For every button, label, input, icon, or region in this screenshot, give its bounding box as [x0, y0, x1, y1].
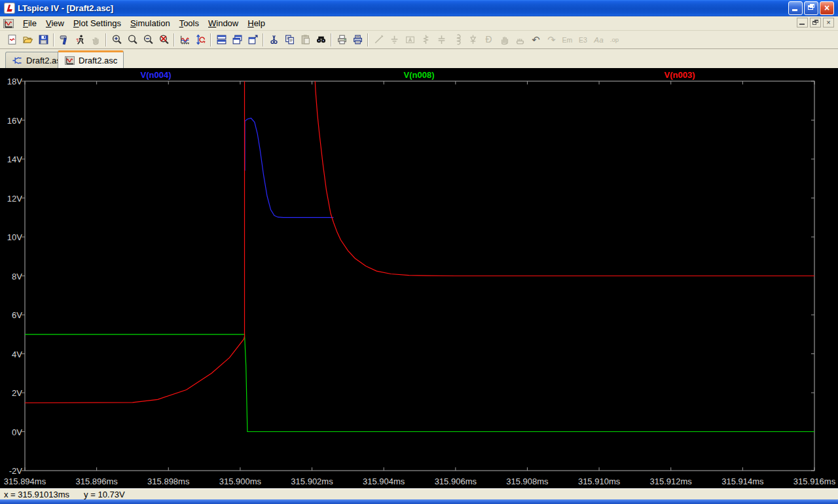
capacitor-button — [433, 32, 449, 47]
find-button[interactable] — [313, 32, 329, 47]
print-icon — [352, 34, 363, 45]
tile-horizontal-icon — [216, 34, 227, 45]
title-bar[interactable]: LTspice IV - [Draft2.asc] × — [0, 0, 838, 16]
menu-plot-settings[interactable]: Plot Settings — [69, 17, 126, 29]
move-icon — [499, 34, 510, 45]
save-icon — [38, 34, 49, 45]
y-tick-label: 4V — [0, 349, 22, 359]
svg-text:↶: ↶ — [532, 34, 539, 45]
toolbar: Ð↶↷EmE3Aa.op — [0, 31, 838, 49]
autorange-y-axis-button[interactable] — [192, 32, 208, 47]
tab-draft2-waveform[interactable]: Draft2.asc — [58, 50, 124, 68]
net-label-icon — [405, 34, 416, 45]
cascade-windows-icon — [232, 34, 243, 45]
copy-icon — [284, 34, 295, 45]
open-icon — [22, 34, 33, 45]
spice-directive-button: .op — [606, 32, 622, 47]
zoom-back-icon — [158, 34, 170, 45]
component-icon: Ð — [483, 34, 494, 45]
y-tick-label: -2V — [0, 466, 22, 476]
component-button: Ð — [481, 32, 496, 47]
capacitor-icon — [436, 34, 447, 45]
run-button[interactable] — [72, 32, 88, 47]
autorange-y-axis-icon — [195, 34, 206, 45]
menu-view[interactable]: View — [41, 17, 69, 29]
undo-button: ↶ — [528, 32, 543, 47]
trace-vn008 — [25, 334, 814, 432]
window-title: LTspice IV - [Draft2.asc] — [18, 3, 788, 13]
waveform-plot-pane[interactable]: V(n004)V(n008)V(n003) 18V16V14V12V10V8V6… — [0, 68, 838, 488]
zoom-in-button[interactable] — [109, 32, 124, 47]
toolbar-separator — [105, 33, 107, 46]
svg-text:Ð: Ð — [485, 34, 492, 45]
toolbar-separator — [331, 33, 332, 46]
new-schematic-icon — [7, 34, 18, 45]
save-button[interactable] — [35, 32, 51, 47]
x-tick-label: 315.900ms — [214, 477, 266, 486]
svg-text:E3: E3 — [579, 36, 587, 44]
waveform-icon — [64, 56, 75, 65]
tab-bar: Draft2.asc Draft2.asc — [0, 49, 838, 68]
toolbar-separator — [173, 33, 175, 46]
trace-vn003 — [25, 68, 814, 403]
minimize-button[interactable] — [788, 1, 803, 15]
x-tick-label: 315.902ms — [286, 477, 338, 486]
tile-horizontal-button[interactable] — [213, 32, 229, 47]
plot-settings-icon — [179, 34, 191, 45]
copy-button[interactable] — [282, 32, 297, 47]
net-label-button — [402, 32, 418, 47]
plot-settings-button[interactable] — [177, 32, 192, 47]
schematic-icon — [12, 56, 23, 65]
x-tick-label: 315.898ms — [142, 477, 194, 486]
zoom-out-icon — [143, 34, 154, 45]
new-schematic-button[interactable] — [4, 32, 20, 47]
cascade-windows-button[interactable] — [229, 32, 245, 47]
y-tick-label: 14V — [0, 154, 22, 164]
undo-icon: ↶ — [530, 34, 541, 45]
zoom-out-button[interactable] — [140, 32, 156, 47]
x-tick-label: 315.914ms — [716, 477, 769, 486]
menu-bar: FileViewPlot SettingsSimulationToolsWind… — [0, 16, 838, 31]
inductor-button — [449, 32, 465, 47]
print-button[interactable] — [350, 32, 365, 47]
drag-button — [512, 32, 528, 47]
plot-canvas[interactable] — [0, 68, 838, 488]
x-tick-label: 315.906ms — [429, 477, 482, 486]
tile-vertical-button[interactable] — [245, 32, 261, 47]
child-close-button[interactable]: × — [823, 18, 834, 27]
close-button[interactable]: × — [820, 1, 834, 15]
menu-tools[interactable]: Tools — [175, 17, 204, 29]
text-button: Aa — [591, 32, 606, 47]
control-panel-button[interactable] — [56, 32, 72, 47]
resistor-button — [418, 32, 433, 47]
zoom-full-extents-button[interactable] — [124, 32, 140, 47]
svg-text:Em: Em — [562, 36, 572, 44]
y-tick-label: 2V — [0, 388, 22, 398]
y-tick-label: 18V — [0, 77, 22, 86]
menu-window[interactable]: Window — [204, 17, 243, 29]
restore-button[interactable] — [804, 1, 818, 15]
paste-icon — [300, 34, 311, 45]
print-setup-button[interactable] — [334, 32, 350, 47]
cursor-y-readout: y = 10.73V — [84, 490, 125, 499]
find-icon — [316, 34, 327, 45]
inductor-icon — [452, 34, 463, 45]
toolbar-separator — [263, 33, 264, 46]
run-icon — [75, 34, 86, 45]
svg-text:.op: .op — [610, 36, 618, 43]
menu-file[interactable]: File — [18, 17, 41, 29]
child-restore-button[interactable] — [810, 18, 821, 27]
child-minimize-button[interactable] — [797, 18, 808, 27]
ltspice-logo-icon — [4, 3, 15, 14]
toolbar-separator — [367, 33, 369, 46]
zoom-back-button[interactable] — [156, 32, 172, 47]
menu-simulation[interactable]: Simulation — [126, 17, 175, 29]
menu-help[interactable]: Help — [243, 17, 270, 29]
waveform-window-icon[interactable] — [3, 18, 14, 29]
resistor-icon — [420, 34, 431, 45]
move-button — [496, 32, 512, 47]
open-button[interactable] — [20, 32, 35, 47]
x-tick-label: 315.896ms — [71, 477, 123, 486]
y-tick-label: 0V — [0, 427, 22, 437]
cut-button[interactable] — [266, 32, 282, 47]
